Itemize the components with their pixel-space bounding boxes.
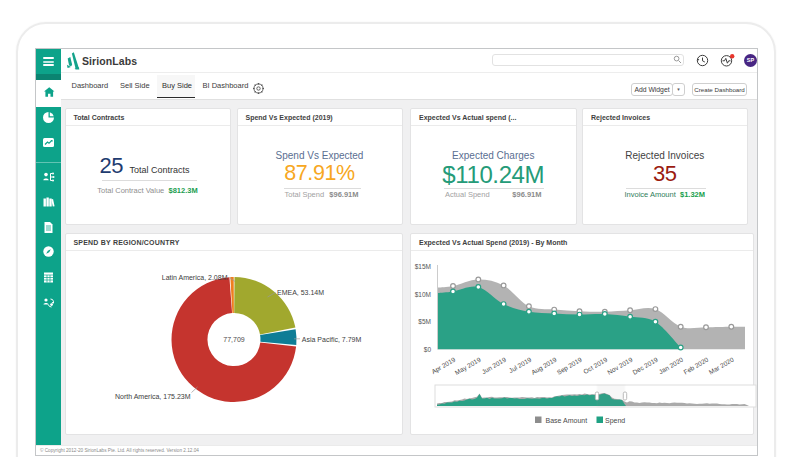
svg-text:Jun 2019: Jun 2019 xyxy=(480,356,507,376)
svg-text:$10M: $10M xyxy=(415,291,431,298)
svg-text:Feb 2020: Feb 2020 xyxy=(682,356,710,376)
svg-text:Jan 2020: Jan 2020 xyxy=(658,356,685,376)
svg-text:Dec 2019: Dec 2019 xyxy=(631,356,659,376)
svg-text:EMEA, 53.14M: EMEA, 53.14M xyxy=(277,289,324,296)
svg-text:Aug 2019: Aug 2019 xyxy=(530,356,558,377)
svg-text:May 2019: May 2019 xyxy=(454,356,483,377)
svg-text:Oct 2019: Oct 2019 xyxy=(582,356,609,375)
svg-text:North America, 175.23M: North America, 175.23M xyxy=(115,393,191,400)
svg-text:Mar 2020: Mar 2020 xyxy=(708,356,736,376)
svg-text:Apr 2019: Apr 2019 xyxy=(430,356,457,376)
svg-text:$0: $0 xyxy=(424,346,432,353)
svg-text:Latin America, 2.08M: Latin America, 2.08M xyxy=(161,274,227,281)
svg-text:$5M: $5M xyxy=(418,318,431,325)
svg-text:Base Amount: Base Amount xyxy=(546,417,588,424)
svg-text:77,709: 77,709 xyxy=(223,336,245,343)
svg-text:$15M: $15M xyxy=(415,263,431,270)
svg-text:Jul 2019: Jul 2019 xyxy=(508,356,533,375)
svg-text:Asia Pacific, 7.79M: Asia Pacific, 7.79M xyxy=(301,336,361,343)
svg-text:Sep 2019: Sep 2019 xyxy=(555,356,583,377)
svg-text:Nov 2019: Nov 2019 xyxy=(606,356,634,376)
svg-text:Spend: Spend xyxy=(605,417,625,425)
